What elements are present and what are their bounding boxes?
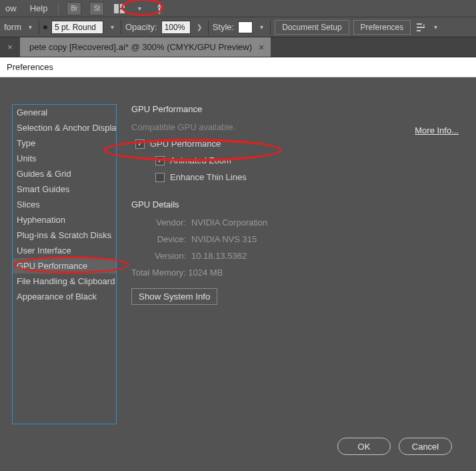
checkbox-unchecked-icon[interactable]: [155, 173, 165, 182]
pref-cat-guides-grid[interactable]: Guides & Grid: [13, 166, 116, 181]
opacity-input[interactable]: [161, 21, 191, 34]
preferences-titlebar: Preferences: [0, 57, 476, 77]
gpu-device-row: Device: NVIDIA NVS 315: [145, 234, 464, 244]
gpu-details-grid: Vendor: NVIDIA Corporation Device: NVIDI…: [145, 217, 464, 261]
preferences-category-wrap: General Selection & Anchor Display Type …: [12, 104, 117, 431]
checkbox-checked-icon[interactable]: ✓: [155, 156, 165, 165]
style-label: Style:: [213, 22, 235, 32]
pref-cat-units[interactable]: Units: [13, 151, 116, 166]
stroke-dropdown-icon[interactable]: ▾: [107, 21, 117, 34]
preferences-category-list: General Selection & Anchor Display Type …: [12, 104, 117, 424]
pref-cat-plugins-scratch[interactable]: Plug-ins & Scratch Disks: [13, 227, 116, 243]
panel-heading: GPU Performance: [131, 104, 464, 114]
menu-help[interactable]: Help: [27, 2, 51, 15]
more-info-link[interactable]: More Info...: [415, 125, 459, 135]
bridge-icon[interactable]: Br: [67, 2, 81, 15]
svg-rect-0: [114, 4, 119, 13]
opt-divider: [208, 20, 209, 35]
app-menubar: ow Help Br St ▾: [0, 0, 476, 17]
pref-cat-smart-guides[interactable]: Smart Guides: [13, 181, 116, 197]
menubar-divider: [58, 3, 59, 15]
gpu-device-label: Device:: [145, 234, 186, 244]
pref-cat-gpu-performance[interactable]: GPU Performance: [13, 258, 116, 274]
gpu-performance-checkbox-label: GPU Performance: [150, 139, 221, 149]
animated-zoom-checkbox-row[interactable]: ✓ Animated Zoom: [131, 155, 464, 165]
transform-dropdown-icon[interactable]: ▾: [25, 21, 35, 34]
document-tab-title: pete copy [Recovered].ai* @ 300% (CMYK/G…: [29, 42, 252, 52]
align-icon[interactable]: [415, 21, 427, 33]
stock-icon[interactable]: St: [89, 2, 104, 15]
gpu-status-text: Compatible GPU available.: [131, 122, 464, 132]
gpu-rocket-icon[interactable]: [152, 2, 167, 15]
gpu-total-memory-row: Total Memory: 1024 MB: [131, 268, 464, 278]
checkbox-checked-icon[interactable]: ✓: [135, 139, 145, 149]
gpu-device-value: NVIDIA NVS 315: [191, 234, 257, 244]
pref-cat-file-handling[interactable]: File Handling & Clipboard: [13, 274, 116, 289]
opt-divider: [39, 20, 39, 35]
gpu-vendor-row: Vendor: NVIDIA Corporation: [145, 217, 464, 227]
gpu-vendor-value: NVIDIA Corporation: [191, 217, 267, 227]
gpu-vendor-label: Vendor:: [145, 217, 186, 227]
enhance-thin-lines-checkbox-row[interactable]: Enhance Thin Lines: [131, 172, 464, 182]
gpu-total-memory-label: Total Memory:: [131, 268, 186, 278]
pref-cat-selection-anchor[interactable]: Selection & Anchor Display: [13, 120, 116, 135]
align-dropdown-icon[interactable]: ▾: [431, 21, 440, 34]
tab-expand-icon[interactable]: ×: [0, 37, 20, 57]
document-setup-button[interactable]: Document Setup: [275, 20, 349, 35]
document-tab-bar: × pete copy [Recovered].ai* @ 300% (CMYK…: [0, 37, 476, 57]
pref-cat-appearance-black[interactable]: Appearance of Black: [13, 289, 116, 304]
pref-cat-user-interface[interactable]: User Interface: [13, 243, 116, 258]
cancel-button[interactable]: Cancel: [399, 438, 452, 455]
ok-button[interactable]: OK: [337, 438, 391, 455]
preferences-dialog: Preferences General Selection & Anchor D…: [0, 57, 476, 471]
gpu-version-row: Version: 10.18.13.5362: [145, 251, 464, 261]
pref-cat-type[interactable]: Type: [13, 135, 116, 151]
preferences-body: General Selection & Anchor Display Type …: [0, 77, 476, 431]
pref-cat-slices[interactable]: Slices: [13, 197, 116, 212]
gpu-performance-checkbox-row[interactable]: ✓ GPU Performance: [131, 139, 464, 149]
options-bar: form ▾ ▾ Opacity: ❯ Style: ▾ Document Se…: [0, 17, 476, 37]
preferences-title: Preferences: [7, 62, 53, 72]
preferences-footer: OK Cancel: [0, 431, 476, 455]
show-system-info-button[interactable]: Show System Info: [131, 288, 217, 305]
opt-divider: [270, 20, 271, 35]
menu-window[interactable]: ow: [3, 2, 19, 15]
arrange-docs-icon[interactable]: [112, 2, 127, 15]
animated-zoom-checkbox-label: Animated Zoom: [170, 155, 231, 165]
document-tab[interactable]: pete copy [Recovered].ai* @ 300% (CMYK/G…: [20, 37, 271, 57]
pref-cat-hyphenation[interactable]: Hyphenation: [13, 212, 116, 227]
gpu-details-heading: GPU Details: [131, 199, 464, 209]
arrange-dropdown-icon[interactable]: ▾: [135, 2, 144, 15]
opacity-label: Opacity:: [125, 22, 157, 32]
style-dropdown-icon[interactable]: ▾: [257, 21, 266, 34]
stroke-brush-input[interactable]: [51, 21, 103, 34]
pref-cat-general[interactable]: General: [13, 105, 116, 120]
gpu-version-label: Version:: [145, 251, 186, 261]
transform-label: form: [4, 22, 21, 32]
preferences-button[interactable]: Preferences: [353, 20, 411, 35]
gpu-total-memory-value: 1024 MB: [188, 268, 223, 278]
canvas-area: Preferences General Selection & Anchor D…: [0, 57, 476, 471]
opt-divider: [121, 20, 121, 35]
style-swatch[interactable]: [238, 21, 253, 33]
enhance-thin-lines-checkbox-label: Enhance Thin Lines: [170, 172, 247, 182]
brush-dot-icon: [43, 25, 47, 29]
opacity-dropdown-icon[interactable]: ❯: [195, 21, 204, 34]
svg-rect-2: [120, 9, 125, 13]
svg-rect-1: [120, 4, 125, 8]
close-tab-icon[interactable]: ×: [259, 42, 264, 53]
preferences-panel: GPU Performance Compatible GPU available…: [131, 104, 464, 431]
gpu-version-value: 10.18.13.5362: [191, 251, 247, 261]
